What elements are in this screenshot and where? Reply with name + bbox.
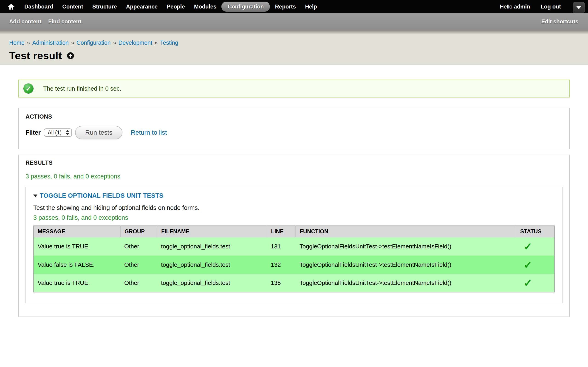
pass-check-icon: ✓ xyxy=(520,241,532,252)
breadcrumb: Home»Administration»Configuration»Develo… xyxy=(9,40,588,46)
test-group-description: Test the showing and hiding of optional … xyxy=(33,204,555,211)
message-cell: Value false is FALSE. xyxy=(34,256,120,274)
results-table: MESSAGE GROUP FILENAME LINE FUNCTION STA… xyxy=(33,225,555,292)
table-row: Value true is TRUE. Other toggle_optiona… xyxy=(34,237,554,256)
function-cell: ToggleOptionalFieldsUnitTest->testElemen… xyxy=(296,256,516,274)
results-fieldset: RESULTS 3 passes, 0 fails, and 0 excepti… xyxy=(18,155,570,317)
filter-row: Filter All (1) Run tests Return to list xyxy=(26,126,562,139)
chevron-down-icon xyxy=(576,6,581,9)
select-arrows-icon xyxy=(66,130,69,135)
status-ok-icon: ✓ xyxy=(23,83,34,94)
greeting-prefix: Hello xyxy=(500,3,512,10)
add-shortcut-icon[interactable] xyxy=(67,52,74,59)
column-header-function: FUNCTION xyxy=(296,226,516,237)
user-greeting: Hello admin xyxy=(500,3,530,10)
test-group-summary: 3 passes, 0 fails, and 0 exceptions xyxy=(33,214,555,221)
filter-select[interactable]: All (1) xyxy=(44,128,72,137)
message-cell: Value true is TRUE. xyxy=(34,237,120,256)
filename-cell: toggle_optional_fields.test xyxy=(157,274,267,292)
toolbar-item-modules[interactable]: Modules xyxy=(190,0,221,13)
breadcrumb-link-testing[interactable]: Testing xyxy=(160,40,178,46)
breadcrumb-separator: » xyxy=(113,40,116,46)
collapse-arrow-icon xyxy=(33,194,37,197)
shortcut-bar: Add content Find content Edit shortcuts xyxy=(0,13,588,30)
status-message: ✓ The test run finished in 0 sec. xyxy=(18,80,570,98)
column-header-filename: FILENAME xyxy=(157,226,267,237)
filename-cell: toggle_optional_fields.test xyxy=(157,237,267,256)
test-group-title: TOGGLE OPTIONAL FIELDS UNIT TESTS xyxy=(40,192,163,199)
actions-legend: ACTIONS xyxy=(26,113,562,120)
logout-link[interactable]: Log out xyxy=(541,3,561,10)
toolbar-item-content[interactable]: Content xyxy=(58,0,88,13)
shortcut-find-content[interactable]: Find content xyxy=(48,18,81,25)
page-header: Home»Administration»Configuration»Develo… xyxy=(0,30,588,65)
column-header-line: LINE xyxy=(267,226,296,237)
column-header-group: GROUP xyxy=(120,226,157,237)
line-cell: 135 xyxy=(267,274,296,292)
table-row: Value true is TRUE. Other toggle_optiona… xyxy=(34,274,554,292)
breadcrumb-separator: » xyxy=(71,40,74,46)
message-cell: Value true is TRUE. xyxy=(34,274,120,292)
run-tests-button[interactable]: Run tests xyxy=(75,126,122,139)
function-cell: ToggleOptionalFieldsUnitTest->testElemen… xyxy=(296,237,516,256)
toolbar-toggle-button[interactable] xyxy=(573,2,585,13)
home-icon[interactable] xyxy=(8,0,15,13)
admin-toolbar: Dashboard Content Structure Appearance P… xyxy=(0,0,588,13)
column-header-status: STATUS xyxy=(516,226,554,237)
line-cell: 131 xyxy=(267,237,296,256)
status-cell: ✓ xyxy=(516,237,554,256)
results-legend: RESULTS xyxy=(26,159,562,166)
table-header-row: MESSAGE GROUP FILENAME LINE FUNCTION STA… xyxy=(34,226,554,237)
breadcrumb-link-development[interactable]: Development xyxy=(119,40,152,46)
shortcut-add-content[interactable]: Add content xyxy=(9,18,41,25)
toolbar-item-structure[interactable]: Structure xyxy=(88,0,121,13)
toolbar-item-help[interactable]: Help xyxy=(300,0,321,13)
results-summary: 3 passes, 0 fails, and 0 exceptions xyxy=(26,173,562,180)
group-cell: Other xyxy=(120,237,157,256)
breadcrumb-link-administration[interactable]: Administration xyxy=(32,40,69,46)
breadcrumb-separator: » xyxy=(27,40,30,46)
page-title: Test result xyxy=(9,50,62,62)
status-message-text: The test run finished in 0 sec. xyxy=(43,85,121,92)
test-group-fieldset: TOGGLE OPTIONAL FIELDS UNIT TESTS Test t… xyxy=(26,187,562,303)
line-cell: 132 xyxy=(267,256,296,274)
return-to-list-link[interactable]: Return to list xyxy=(131,129,167,136)
toolbar-item-dashboard[interactable]: Dashboard xyxy=(20,0,58,13)
breadcrumb-separator: » xyxy=(155,40,158,46)
column-header-message: MESSAGE xyxy=(34,226,120,237)
table-row: Value false is FALSE. Other toggle_optio… xyxy=(34,256,554,274)
toolbar-item-configuration[interactable]: Configuration xyxy=(221,2,270,12)
main-content: ✓ The test run finished in 0 sec. ACTION… xyxy=(0,80,588,317)
toolbar-item-people[interactable]: People xyxy=(162,0,190,13)
filter-select-value: All (1) xyxy=(48,130,66,136)
breadcrumb-link-home[interactable]: Home xyxy=(9,40,25,46)
group-cell: Other xyxy=(120,256,157,274)
pass-check-icon: ✓ xyxy=(520,277,532,289)
breadcrumb-link-configuration[interactable]: Configuration xyxy=(77,40,111,46)
status-cell: ✓ xyxy=(516,274,554,292)
username: admin xyxy=(514,3,530,10)
test-group-legend[interactable]: TOGGLE OPTIONAL FIELDS UNIT TESTS xyxy=(33,192,555,199)
toolbar-item-reports[interactable]: Reports xyxy=(270,0,300,13)
filter-label: Filter xyxy=(26,129,41,136)
filename-cell: toggle_optional_fields.test xyxy=(157,256,267,274)
pass-check-icon: ✓ xyxy=(520,259,532,271)
actions-fieldset: ACTIONS Filter All (1) Run tests Return … xyxy=(18,108,570,149)
toolbar-item-appearance[interactable]: Appearance xyxy=(121,0,162,13)
group-cell: Other xyxy=(120,274,157,292)
status-cell: ✓ xyxy=(516,256,554,274)
edit-shortcuts-link[interactable]: Edit shortcuts xyxy=(541,18,578,25)
function-cell: ToggleOptionalFieldsUnitTest->testElemen… xyxy=(296,274,516,292)
